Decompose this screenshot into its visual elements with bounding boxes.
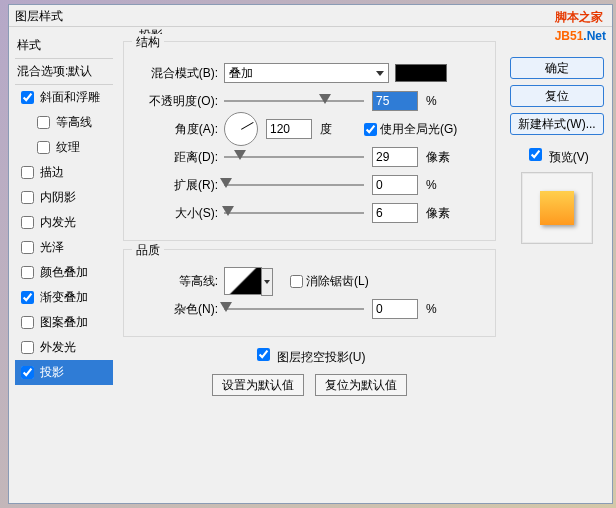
- reset-default-button[interactable]: 复位为默认值: [315, 374, 407, 396]
- style-item-11[interactable]: 投影: [15, 360, 113, 385]
- style-item-label: 颜色叠加: [40, 264, 88, 281]
- cancel-button[interactable]: 复位: [510, 85, 604, 107]
- noise-slider[interactable]: [224, 301, 364, 317]
- style-item-4[interactable]: 内阴影: [15, 185, 113, 210]
- blendmode-label: 混合模式(B):: [134, 65, 224, 82]
- new-style-button[interactable]: 新建样式(W)...: [510, 113, 604, 135]
- knockout-checkbox[interactable]: 图层挖空投影(U): [253, 350, 365, 364]
- window-title: 图层样式: [15, 5, 606, 27]
- size-label: 大小(S):: [134, 205, 224, 222]
- global-light-checkbox[interactable]: 使用全局光(G): [360, 120, 457, 139]
- angle-label: 角度(A):: [134, 121, 224, 138]
- style-item-label: 等高线: [56, 114, 92, 131]
- style-item-label: 内阴影: [40, 189, 76, 206]
- spread-slider[interactable]: [224, 177, 364, 193]
- preview-checkbox[interactable]: 预览(V): [525, 150, 588, 164]
- noise-label: 杂色(N):: [134, 301, 224, 318]
- style-item-label: 外发光: [40, 339, 76, 356]
- layer-style-dialog: 图层样式 脚本之家 JB51.Net 样式 混合选项:默认 斜面和浮雕等高线纹理…: [8, 4, 613, 504]
- ok-button[interactable]: 确定: [510, 57, 604, 79]
- shadow-color-swatch[interactable]: [395, 64, 447, 82]
- chevron-down-icon: [264, 280, 270, 284]
- distance-label: 距离(D):: [134, 149, 224, 166]
- style-item-2[interactable]: 纹理: [15, 135, 113, 160]
- opacity-input[interactable]: 75: [372, 91, 418, 111]
- style-list: 样式 混合选项:默认 斜面和浮雕等高线纹理描边内阴影内发光光泽颜色叠加渐变叠加图…: [9, 27, 117, 503]
- distance-input[interactable]: 29: [372, 147, 418, 167]
- spread-label: 扩展(R):: [134, 177, 224, 194]
- size-slider[interactable]: [224, 205, 364, 221]
- style-item-label: 投影: [40, 364, 64, 381]
- style-item-label: 渐变叠加: [40, 289, 88, 306]
- style-item-label: 内发光: [40, 214, 76, 231]
- style-item-10[interactable]: 外发光: [15, 335, 113, 360]
- style-item-label: 纹理: [56, 139, 80, 156]
- angle-input[interactable]: 120: [266, 119, 312, 139]
- styles-header[interactable]: 样式: [15, 33, 113, 59]
- style-item-0[interactable]: 斜面和浮雕: [15, 85, 113, 110]
- settings-panel: 投影 结构 混合模式(B): 叠加 不透明度(O): 75 %: [117, 27, 502, 503]
- distance-slider[interactable]: [224, 149, 364, 165]
- blend-options-header[interactable]: 混合选项:默认: [15, 59, 113, 85]
- style-item-8[interactable]: 渐变叠加: [15, 285, 113, 310]
- style-item-5[interactable]: 内发光: [15, 210, 113, 235]
- action-panel: 确定 复位 新建样式(W)... 预览(V): [502, 27, 612, 503]
- contour-label: 等高线:: [134, 273, 224, 290]
- chevron-down-icon: [376, 71, 384, 76]
- size-input[interactable]: 6: [372, 203, 418, 223]
- angle-dial[interactable]: [224, 112, 258, 146]
- opacity-slider[interactable]: [224, 93, 364, 109]
- style-item-label: 光泽: [40, 239, 64, 256]
- contour-picker[interactable]: [224, 267, 262, 295]
- style-item-3[interactable]: 描边: [15, 160, 113, 185]
- style-item-1[interactable]: 等高线: [15, 110, 113, 135]
- titlebar[interactable]: 图层样式: [9, 5, 612, 27]
- noise-input[interactable]: 0: [372, 299, 418, 319]
- style-item-6[interactable]: 光泽: [15, 235, 113, 260]
- style-item-label: 斜面和浮雕: [40, 89, 100, 106]
- antialias-checkbox[interactable]: 消除锯齿(L): [286, 272, 369, 291]
- style-item-label: 图案叠加: [40, 314, 88, 331]
- blendmode-select[interactable]: 叠加: [224, 63, 389, 83]
- opacity-label: 不透明度(O):: [134, 93, 224, 110]
- set-default-button[interactable]: 设置为默认值: [212, 374, 304, 396]
- spread-input[interactable]: 0: [372, 175, 418, 195]
- style-item-9[interactable]: 图案叠加: [15, 310, 113, 335]
- quality-group: 品质 等高线: 消除锯齿(L) 杂色(N): 0 %: [123, 249, 496, 337]
- preview-swatch: [521, 172, 593, 244]
- structure-group: 结构 混合模式(B): 叠加 不透明度(O): 75 % 角度(A):: [123, 41, 496, 241]
- style-item-label: 描边: [40, 164, 64, 181]
- style-item-7[interactable]: 颜色叠加: [15, 260, 113, 285]
